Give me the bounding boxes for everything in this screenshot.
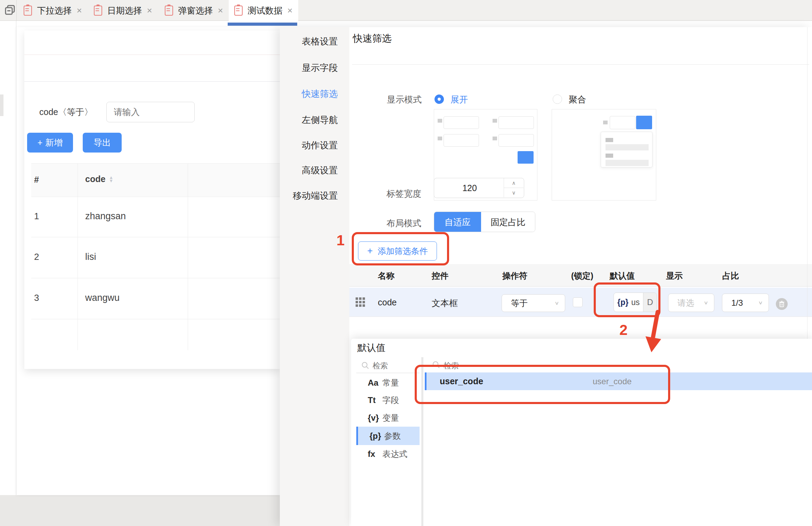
segment-adaptive[interactable]: 自适应 [434, 212, 481, 232]
drag-handle[interactable] [356, 297, 365, 307]
radio-aggregate-label[interactable]: 聚合 [569, 94, 586, 105]
tab-label: 弹窗选择 [178, 5, 213, 16]
page-bottom-strip [0, 495, 282, 526]
plus-icon: + [38, 138, 43, 148]
cell-index: 2 [34, 252, 39, 262]
tab-dropdown-select[interactable]: 下拉选择 × [22, 0, 84, 21]
annotation-number-2: 2 [619, 322, 627, 338]
table-row[interactable]: 2 lisi [31, 237, 280, 278]
tab-popup-select[interactable]: 弹窗选择 × [162, 0, 226, 21]
locked-checkbox[interactable] [573, 297, 583, 307]
cell-code: wangwu [85, 293, 120, 303]
close-icon[interactable]: × [76, 6, 82, 15]
operator-select[interactable]: 等于 ∨ [502, 294, 565, 312]
col-header-code[interactable]: code ▲▼ [85, 174, 113, 184]
tab-test-data-active[interactable]: 测试数据 × [229, 0, 298, 21]
display-select[interactable]: 请选 ∨ [668, 294, 714, 312]
stepper-down-button[interactable]: ∨ [504, 188, 523, 197]
preview-blue-button [636, 116, 652, 129]
sidebar-item-table-settings[interactable]: 表格设置 [302, 35, 338, 48]
layout-mode-segmented: 自适应 固定占比 [434, 212, 535, 232]
cell-index: 1 [34, 211, 39, 222]
chevron-down-icon: ∨ [704, 300, 708, 306]
tab-date-select[interactable]: 日期选择 × [91, 0, 155, 21]
page-icon [234, 6, 243, 16]
col-header-index: # [34, 175, 39, 185]
trash-icon [779, 301, 785, 307]
sidebar-item-action-settings[interactable]: 动作设置 [302, 139, 338, 151]
cell-code: zhangsan [85, 211, 126, 222]
delete-row-button[interactable] [776, 298, 788, 310]
panel-title: 默认值 [357, 342, 385, 354]
add-record-button[interactable]: + 新增 [27, 133, 73, 153]
cell-code: lisi [85, 252, 96, 262]
ratio-select[interactable]: 1/3 ∨ [722, 294, 769, 312]
divider [24, 55, 280, 55]
label-width-input[interactable] [434, 178, 505, 198]
table-row[interactable]: 3 wangwu [31, 278, 280, 319]
tab-label: 下拉选择 [37, 5, 72, 16]
row-field-name: code [378, 297, 397, 307]
sidebar-item-advanced-settings[interactable]: 高级设置 [302, 164, 338, 176]
page-icon [24, 6, 32, 16]
cell-index: 3 [34, 293, 39, 303]
table-header-row: # code ▲▼ [31, 163, 280, 197]
label-width-stepper: ∧ ∨ [434, 178, 524, 198]
search-icon [362, 362, 369, 369]
close-icon[interactable]: × [287, 6, 292, 15]
category-item-parameter-selected[interactable]: {p} 参数 [356, 427, 420, 445]
category-item-constant[interactable]: Aa 常量 [356, 374, 420, 392]
sidebar-item-mobile-settings[interactable]: 移动端设置 [293, 190, 338, 202]
stepper-up-button[interactable]: ∧ [504, 178, 523, 188]
tab-label: 日期选择 [107, 5, 142, 16]
active-tab-underline [228, 23, 297, 26]
close-icon[interactable]: × [218, 6, 223, 15]
category-item-field[interactable]: Tt 字段 [356, 392, 420, 409]
close-icon[interactable]: × [147, 6, 152, 15]
filter-field-label: code〈等于〉 [39, 106, 93, 118]
segment-fixed-ratio[interactable]: 固定占比 [481, 212, 535, 232]
restore-window-icon[interactable] [5, 5, 16, 16]
aggregate-mode-preview-card[interactable] [552, 109, 656, 200]
filter-config-row: code 文本框 等于 ∨ {p} us D 请选 ∨ [349, 288, 812, 317]
radio-expand-dot [438, 98, 441, 101]
category-item-expression[interactable]: fx 表达式 [356, 445, 420, 463]
tab-label: 测试数据 [247, 5, 282, 16]
drawer-scroll-edge [807, 27, 807, 339]
category-search[interactable] [356, 359, 420, 373]
chevron-down-icon: ∨ [554, 300, 559, 306]
layout-mode-label: 布局模式 [387, 217, 421, 229]
drawer-title: 快速筛选 [353, 32, 392, 45]
annotation-box-step1 [352, 232, 449, 265]
page-icon [165, 6, 173, 16]
preview-dropdown-panel [601, 132, 652, 167]
filter-config-header: 名称 控件 操作符 (锁定) 默认值 显示 占比 [349, 264, 812, 287]
divider [352, 64, 809, 65]
preview-blue-button [518, 151, 534, 164]
data-table: # code ▲▼ 1 zhangsan 2 lisi 3 wangwu [31, 163, 280, 350]
sidebar-item-display-fields[interactable]: 显示字段 [302, 62, 338, 74]
annotation-box-target [415, 365, 670, 404]
row-widget-type: 文本框 [432, 297, 458, 309]
page-icon [94, 6, 102, 16]
annotation-number-1: 1 [336, 232, 344, 249]
annotation-arrow [636, 310, 667, 355]
category-search-input[interactable] [372, 360, 419, 372]
tabbar-divider [16, 0, 17, 21]
drawer-sidebar: 表格设置 显示字段 快速筛选 左侧导航 动作设置 高级设置 移动端设置 [280, 27, 349, 526]
label-width-label: 标签宽度 [387, 188, 421, 199]
category-item-variable[interactable]: {v} 变量 [356, 409, 420, 427]
divider [24, 81, 280, 82]
filter-value-input[interactable] [106, 102, 195, 122]
app-window: 下拉选择 × 日期选择 × 弹窗选择 × 测试数据 × code〈等于〉 + 新… [0, 0, 812, 526]
radio-aggregate[interactable] [553, 94, 562, 104]
radio-expand-label[interactable]: 展开 [450, 94, 468, 105]
sort-icon[interactable]: ▲▼ [109, 176, 113, 183]
sidebar-item-left-nav[interactable]: 左侧导航 [302, 114, 338, 126]
data-browser-dialog: code〈等于〉 + 新增 导出 # code ▲▼ 1 zhangsan [24, 31, 280, 369]
table-row[interactable]: 1 zhangsan [31, 197, 280, 237]
sidebar-item-quick-filter[interactable]: 快速筛选 [302, 88, 338, 100]
export-button[interactable]: 导出 [83, 133, 122, 153]
chevron-down-icon: ∨ [758, 300, 763, 306]
display-mode-label: 显示模式 [387, 94, 422, 105]
